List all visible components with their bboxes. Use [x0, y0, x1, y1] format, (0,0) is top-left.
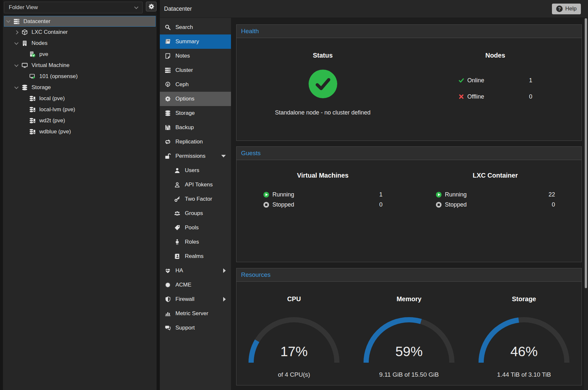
storage-detail: 1.44 TiB of 3.10 TiB	[497, 371, 551, 378]
nav-item-api-tokens[interactable]: API Tokens	[160, 178, 231, 192]
tree-item-storage-wdblue[interactable]: wdblue (pve)	[4, 126, 156, 137]
chevron-down-icon[interactable]	[15, 65, 21, 66]
nav-item-label: HA	[175, 267, 183, 274]
tree-item-label: local (pve)	[39, 95, 65, 102]
nav-item-cluster[interactable]: Cluster	[160, 63, 231, 77]
nav-item-label: Metric Server	[175, 310, 208, 317]
gear-icon	[148, 4, 154, 9]
node-online-icon	[29, 51, 36, 57]
nav-item-roles[interactable]: Roles	[160, 235, 231, 249]
nav-item-acme[interactable]: ACME	[160, 278, 231, 292]
nav-item-summary[interactable]: Summary	[160, 34, 231, 49]
tree-item-label: local-lvm (pve)	[39, 106, 75, 113]
nav-item-two-factor[interactable]: Two Factor	[160, 192, 231, 206]
online-label: Online	[467, 77, 484, 84]
building-icon	[21, 40, 29, 46]
help-button[interactable]: ? Help	[552, 4, 581, 14]
question-circle-icon: ?	[556, 6, 563, 12]
chevron-down-icon[interactable]	[15, 87, 21, 88]
seal-icon	[164, 282, 171, 288]
nav-item-groups[interactable]: Groups	[160, 206, 231, 221]
running-label: Running	[273, 191, 294, 198]
panel-title: Resources	[241, 271, 271, 278]
resource-tree-sidebar: Folder View Datacenter LXC Container	[3, 0, 157, 390]
offline-label: Offline	[467, 93, 484, 100]
tree-item-virtual-machine[interactable]: Virtual Machine	[4, 60, 156, 71]
guests-panel: Guests Virtual Machines Running 1 Stoppe…	[236, 146, 582, 262]
nav-item-storage[interactable]: Storage	[160, 106, 231, 120]
panel-title: Health	[241, 28, 259, 35]
nav-item-ha[interactable]: HA	[160, 263, 231, 278]
nav-item-metric-server[interactable]: Metric Server	[160, 306, 231, 321]
nav-item-ceph[interactable]: Ceph	[160, 77, 231, 92]
nav-item-pools[interactable]: Pools	[160, 221, 231, 235]
lxc-stopped-row: Stopped 0	[436, 200, 555, 210]
tree-item-storage-local[interactable]: local (pve)	[4, 93, 156, 104]
nav-item-notes[interactable]: Notes	[160, 49, 231, 63]
memory-gauge: 59%	[360, 314, 458, 366]
comments-icon	[164, 325, 171, 331]
nav-item-label: Realms	[185, 253, 204, 260]
vm-stopped-count: 0	[379, 201, 382, 208]
summary-content: Health Status Standalone node - no clust…	[231, 18, 588, 390]
status-header: Status	[313, 52, 333, 59]
tree-settings-button[interactable]	[146, 2, 157, 11]
tree-item-storage[interactable]: Storage	[4, 82, 156, 93]
tree-item-label: wd2t (pve)	[39, 117, 65, 124]
memory-percent: 59%	[360, 345, 458, 358]
storage-header: Storage	[512, 295, 536, 303]
tree-item-storage-local-lvm[interactable]: local-lvm (pve)	[4, 104, 156, 115]
chevron-down-icon[interactable]	[15, 43, 21, 44]
view-mode-select[interactable]: Folder View	[4, 2, 143, 13]
tree-item-nodes[interactable]: Nodes	[4, 38, 156, 49]
chevron-down-icon[interactable]	[221, 155, 226, 157]
status-column: Status Standalone node - no cluster defi…	[236, 38, 409, 141]
nav-item-backup[interactable]: Backup	[160, 120, 231, 135]
guests-panel-header: Guests	[236, 147, 582, 160]
vm-running-icon	[29, 74, 36, 79]
nav-item-label: Replication	[175, 139, 203, 145]
storage-percent: 46%	[475, 345, 573, 358]
nav-item-search[interactable]: Search	[160, 20, 231, 34]
proxmox-app: Folder View Datacenter LXC Container	[0, 0, 588, 390]
chevron-right-icon[interactable]	[223, 297, 226, 302]
stopped-label: Stopped	[273, 201, 294, 208]
tree-item-label: Nodes	[32, 40, 47, 47]
tree-item-pve[interactable]: pve	[4, 49, 156, 60]
nav-item-label: Roles	[185, 239, 199, 245]
nav-item-options[interactable]: Options	[160, 92, 231, 106]
nav-item-support[interactable]: Support	[160, 321, 231, 335]
vertical-scrollbar[interactable]	[584, 18, 588, 390]
datacenter-nav: Search Summary Notes Cluster Ceph Option…	[160, 18, 231, 390]
tree-item-label: Storage	[32, 84, 51, 91]
nav-item-users[interactable]: Users	[160, 163, 231, 178]
stopped-icon	[436, 202, 442, 208]
chevron-right-icon[interactable]	[223, 268, 226, 273]
nav-item-label: Pools	[185, 224, 199, 231]
vm-stopped-row: Stopped 0	[263, 200, 383, 210]
cpu-detail: of 4 CPU(s)	[278, 371, 310, 378]
nav-item-label: Support	[175, 325, 195, 331]
nodes-offline-row: Offline 0	[458, 92, 532, 101]
nav-item-permissions[interactable]: Permissions	[160, 149, 231, 163]
tree-item-storage-wd2t[interactable]: wd2t (pve)	[4, 115, 156, 126]
check-icon	[458, 77, 464, 83]
nav-item-label: ACME	[175, 282, 191, 288]
server-stack-icon	[13, 19, 20, 24]
nav-item-label: Groups	[185, 210, 203, 217]
nav-item-replication[interactable]: Replication	[160, 135, 231, 149]
chevron-down-icon[interactable]	[7, 20, 13, 22]
monitor-icon	[21, 62, 29, 68]
memory-header: Memory	[397, 295, 422, 303]
chevron-right-icon[interactable]	[15, 31, 21, 34]
nav-item-firewall[interactable]: Firewall	[160, 292, 231, 306]
nav-item-realms[interactable]: Realms	[160, 249, 231, 263]
online-count: 1	[529, 77, 532, 84]
running-label: Running	[445, 191, 467, 198]
tree-item-datacenter[interactable]: Datacenter	[4, 16, 156, 27]
tree-item-vm-101[interactable]: 101 (opnsense)	[4, 71, 156, 82]
tree-item-lxc-container[interactable]: LXC Container	[4, 27, 156, 38]
nav-item-label: API Tokens	[185, 182, 213, 188]
storage-drive-icon	[29, 96, 36, 101]
scrollbar-thumb[interactable]	[585, 18, 587, 288]
